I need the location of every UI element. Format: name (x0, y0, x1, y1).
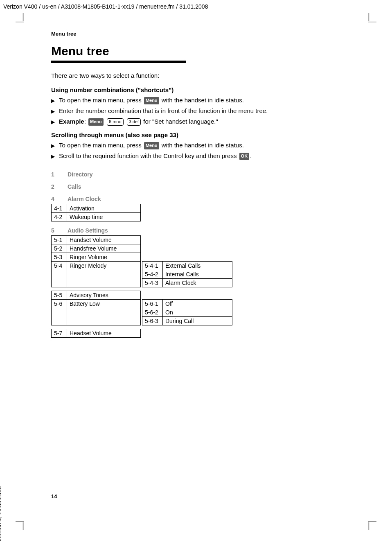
title-rule (51, 61, 186, 63)
cell-code: 5-4-2 (142, 270, 163, 278)
cell-code: 5-7 (52, 329, 67, 337)
page-title: Menu tree (51, 44, 329, 58)
cell-label: Ringer Melody (67, 261, 141, 270)
cell-label: Activation (67, 204, 141, 212)
menu-table-audio: 5-1Handset Volume 5-2Handsfree Volume 5-… (51, 235, 232, 287)
keycap-menu: Menu (144, 97, 159, 104)
text: : (84, 118, 88, 125)
cell-empty (67, 270, 141, 278)
cell-label: Handset Volume (67, 235, 141, 244)
cell-code: 5-4-1 (142, 261, 163, 270)
table-row: 5-4-3 Alarm Clock (52, 278, 232, 287)
menu-section-calls: 2Calls (51, 183, 329, 190)
cell-label: Off (163, 299, 232, 308)
cell-code: 5-6-1 (142, 299, 163, 308)
running-head: Menu tree (51, 31, 329, 37)
table-row: 5-6 Battery Low 5-6-1 Off (52, 299, 232, 308)
table-row: 4-1Activation (52, 204, 141, 212)
table-row: 5-7Headset Volume (52, 329, 141, 337)
cell-label: Internal Calls (163, 270, 232, 278)
cell-label: Advisory Tones (67, 291, 141, 299)
menu-num: 1 (51, 171, 68, 178)
bullet-item: ▶ To open the main menu, press Menu with… (51, 96, 329, 105)
bullet-icon: ▶ (51, 142, 55, 149)
page-number: 14 (51, 493, 57, 499)
dialkey-3: 3 def (127, 118, 141, 126)
bullet-item: ▶ Enter the number combination that is i… (51, 106, 329, 115)
cell-empty (52, 308, 67, 316)
cell-code: 5-1 (52, 235, 67, 244)
dialkey-6: 6 mno (107, 118, 124, 126)
bullet-icon: ▶ (51, 97, 55, 104)
table-row: 5-4-2 Internal Calls (52, 270, 232, 278)
bullet-icon: ▶ (51, 119, 55, 126)
section-heading-shortcuts: Using number combinations ("shortcuts") (51, 86, 329, 93)
cell-code: 5-6-2 (142, 308, 163, 316)
table-row: 5-1Handset Volume (52, 235, 232, 244)
bullet-item: ▶ Example: Menu 6 mno 3 def for "Set han… (51, 117, 329, 126)
cell-label: On (163, 308, 232, 316)
cell-code: 4-2 (52, 212, 67, 221)
cell-label: Handsfree Volume (67, 244, 141, 253)
cell-empty (67, 278, 141, 287)
bullet-item: ▶ To open the main menu, press Menu with… (51, 141, 329, 150)
menu-section-audio: 5Audio Settings (51, 227, 329, 234)
cell-code: 5-3 (52, 253, 67, 261)
text: with the handset in idle status. (160, 97, 244, 104)
menu-title: Directory (68, 171, 92, 178)
keycap-menu: Menu (88, 118, 104, 126)
cell-label: Alarm Clock (163, 278, 232, 287)
bullet-icon: ▶ (51, 108, 55, 115)
cell-empty (67, 308, 141, 316)
keycap-menu: Menu (144, 142, 159, 149)
crop-mark: | (22, 522, 24, 530)
menu-title: Calls (68, 183, 81, 190)
cell-label: During Call (163, 316, 232, 325)
cell-empty (67, 316, 141, 325)
text: for "Set handset language." (142, 118, 218, 125)
menu-table-audio-3: 5-7Headset Volume (51, 329, 141, 338)
text: . (250, 152, 252, 159)
cell-label: External Calls (163, 261, 232, 270)
cell-code: 5-4-3 (142, 278, 163, 287)
menu-num: 2 (51, 183, 68, 190)
cell-code: 4-1 (52, 204, 67, 212)
text: Enter the number combination that is in … (59, 106, 268, 115)
cell-code: 5-6 (52, 299, 67, 308)
header-path: Verizon V400 / us-en / A31008-M1805-B101… (3, 3, 208, 10)
menu-section-directory: 1Directory (51, 171, 329, 178)
cell-code: 5-2 (52, 244, 67, 253)
crop-mark: | (22, 12, 24, 20)
table-row: 4-2Wakeup time (52, 212, 141, 221)
table-row: 5-3Ringer Volume (52, 253, 232, 261)
table-row: 5-6-2 On (52, 308, 232, 316)
menu-section-alarm: 4Alarm Clock (51, 196, 329, 202)
crop-mark: | (368, 522, 370, 530)
version-label: Version 4, 16.09.2005 (0, 486, 2, 542)
table-row: 5-5Advisory Tones (52, 291, 232, 299)
text: with the handset in idle status. (160, 142, 244, 149)
cell-label: Headset Volume (67, 329, 141, 337)
cell-empty (52, 270, 67, 278)
text: To open the main menu, press (59, 97, 143, 104)
cell-code: 5-6-3 (142, 316, 163, 325)
cell-label: Ringer Volume (67, 253, 141, 261)
menu-num: 4 (51, 196, 68, 202)
text: To open the main menu, press (59, 142, 143, 149)
cell-empty (52, 316, 67, 325)
cell-label: Battery Low (67, 299, 141, 308)
cell-code: 5-5 (52, 291, 67, 299)
cell-code: 5-4 (52, 261, 67, 270)
table-row: 5-4 Ringer Melody 5-4-1 External Calls (52, 261, 232, 270)
section-heading-scrolling: Scrolling through menus (also see page 3… (51, 131, 329, 138)
example-label: Example (59, 118, 84, 125)
crop-mark: | (368, 12, 370, 20)
keycap-ok: OK (239, 153, 250, 160)
bullet-icon: ▶ (51, 153, 55, 160)
cell-empty (52, 278, 67, 287)
cell-label: Wakeup time (67, 212, 141, 221)
intro-text: There are two ways to select a function: (51, 72, 329, 79)
text: Scroll to the required function with the… (59, 152, 239, 159)
menu-title: Alarm Clock (68, 196, 101, 202)
menu-table-alarm: 4-1Activation 4-2Wakeup time (51, 204, 141, 221)
